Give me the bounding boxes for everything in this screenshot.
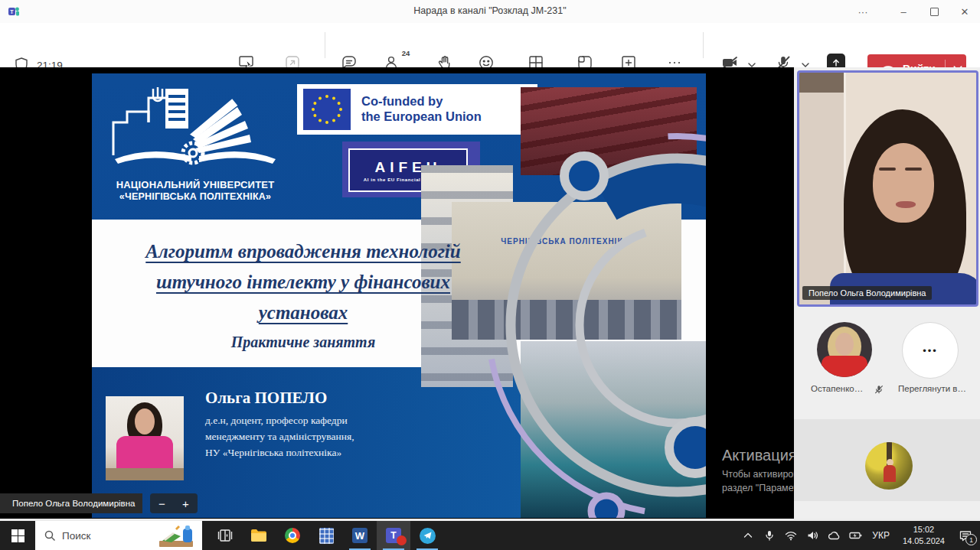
close-button[interactable]: ✕ <box>949 0 980 23</box>
restore-icon <box>930 8 939 16</box>
tray-battery-icon[interactable] <box>847 526 864 545</box>
participants-sidebar: Попело Ольга Володимирівна Остапенко… ••… <box>794 67 980 519</box>
video-background-corner <box>799 73 844 93</box>
search-icon <box>44 530 56 542</box>
university-name-line1: НАЦІОНАЛЬНИЙ УНІВЕРСИТЕТ <box>100 179 291 191</box>
aifeu-subtitle: AI in the EU Financial Institutions <box>364 177 452 182</box>
telegram-icon <box>420 528 436 544</box>
word-icon: W <box>352 528 368 543</box>
search-placeholder: Поиск <box>62 530 90 542</box>
slide-subtitle: Практичне заняття <box>112 334 495 351</box>
speaker-video-tile[interactable]: Попело Ольга Володимирівна <box>797 70 978 307</box>
zoom-controls: − + <box>150 493 198 513</box>
video-background <box>799 73 846 304</box>
speaker-face <box>873 143 934 223</box>
eu-flag-icon <box>303 89 351 130</box>
teams-button[interactable]: T <box>377 521 410 550</box>
speaker-mouth <box>896 201 916 208</box>
slide-title: Алгоритм впровадження технологій штучног… <box>112 236 495 328</box>
presenter-photo-face <box>135 408 155 434</box>
presenter-photo-desk <box>106 468 184 480</box>
participants-count: 24 <box>402 49 410 57</box>
slide-title-line3: установах <box>259 302 348 323</box>
participant-avatar-autumn[interactable] <box>865 442 913 490</box>
system-tray: УКР 15:02 14.05.2024 1 <box>740 524 980 547</box>
tray-onedrive-icon[interactable] <box>825 526 842 545</box>
shared-presentation-slide: НАЦІОНАЛЬНИЙ УНІВЕРСИТЕТ «ЧЕРНІГІВСЬКА П… <box>92 73 706 518</box>
language-indicator[interactable]: УКР <box>868 530 893 541</box>
clock-time: 15:02 <box>903 524 945 535</box>
tray-wifi-icon[interactable] <box>782 526 799 545</box>
presenter-desc-line1: д.е.н, доцент, професор кафедри <box>205 415 348 426</box>
speaker-brow <box>879 168 896 171</box>
folder-icon <box>250 529 267 542</box>
window-titlebar: T Нарада в каналі "Розклад JM-231" ··· –… <box>0 0 980 24</box>
university-emblem-icon <box>100 83 291 174</box>
taskbar-search-box[interactable]: Поиск <box>35 521 202 550</box>
slide-title-line1: Алгоритм впровадження технологій <box>145 241 460 262</box>
windows-taskbar: Поиск W T <box>0 521 980 550</box>
titlebar-more-button[interactable]: ··· <box>848 0 878 23</box>
eu-text-line2: the European Union <box>361 109 482 125</box>
participant2-label: Переглянути в… <box>898 384 966 393</box>
clock-date: 14.05.2024 <box>903 535 945 547</box>
zoom-out-button[interactable]: − <box>158 497 165 510</box>
file-explorer-button[interactable] <box>242 521 276 550</box>
teams-icon: T <box>386 528 401 543</box>
presenter-desc-line2: менеджменту та адміністрування, <box>205 431 354 442</box>
search-highlight-illustration <box>158 524 198 548</box>
participant-avatar-ostapenko[interactable] <box>817 322 872 377</box>
presenter-overlay-nametag: Попело Ольга Володимирівна <box>0 493 142 513</box>
classroom-photo <box>521 87 697 175</box>
telegram-button[interactable] <box>410 521 444 550</box>
video-nametag: Попело Ольга Володимирівна <box>802 286 932 300</box>
meeting-toolbar: 21:19 Почати Відкріпити Чат 24 Користува… <box>0 23 980 68</box>
avatar-person <box>884 465 896 482</box>
aifeu-logo: AIFEU AI in the EU Financial Institution… <box>342 142 480 197</box>
tray-expand-chevron[interactable] <box>740 526 756 545</box>
word-button[interactable]: W <box>343 521 377 550</box>
aifeu-title: AIFEU <box>375 159 442 176</box>
eu-cofunded-banner: Co-funded by the European Union <box>297 84 537 135</box>
calculator-icon <box>319 528 334 544</box>
clock[interactable]: 15:02 14.05.2024 <box>898 524 949 547</box>
tray-microphone-icon[interactable] <box>761 526 778 545</box>
slide-title-line2: штучного інтелекту у фінансових <box>156 272 450 292</box>
start-button[interactable] <box>0 521 35 550</box>
chrome-icon <box>285 528 300 543</box>
minimize-button[interactable]: – <box>888 0 919 23</box>
task-view-icon <box>217 528 233 543</box>
windows-logo-icon <box>11 529 24 542</box>
restore-button[interactable] <box>919 0 949 23</box>
task-view-button[interactable] <box>208 521 242 550</box>
action-center-button[interactable]: 1 <box>954 526 977 545</box>
eu-text-line1: Co-funded by <box>361 94 482 109</box>
chrome-button[interactable] <box>276 521 309 550</box>
presenter-description: д.е.н, доцент, професор кафедри менеджме… <box>205 413 354 461</box>
meeting-stage: НАЦІОНАЛЬНИЙ УНІВЕРСИТЕТ «ЧЕРНІГІВСЬКА П… <box>0 67 980 519</box>
calculator-button[interactable] <box>309 521 343 550</box>
tray-volume-icon[interactable] <box>804 526 821 545</box>
sidebar-gray-panel <box>794 419 980 501</box>
window-title: Нарада в каналі "Розклад JM-231" <box>0 5 980 16</box>
presenter-desc-line3: НУ «Чернігівська політехніка» <box>205 447 341 458</box>
avatar-torso <box>822 356 867 377</box>
notification-badge: 1 <box>965 534 977 545</box>
aifeu-logo-inner: AIFEU AI in the EU Financial Institution… <box>348 148 468 192</box>
university-logo: НАЦІОНАЛЬНИЙ УНІВЕРСИТЕТ «ЧЕРНІГІВСЬКА П… <box>100 83 291 203</box>
toolbar-divider <box>703 32 704 58</box>
teams-notification-dot <box>397 535 407 545</box>
participant1-label: Остапенко… <box>811 384 863 393</box>
toolbar-divider <box>325 32 325 58</box>
avatar-face <box>835 333 854 356</box>
presenter-photo-blazer <box>116 436 173 473</box>
presenter-photo <box>106 396 184 480</box>
presenter-name: Ольга ПОПЕЛО <box>205 389 327 408</box>
university-name-line2: «ЧЕРНІГІВСЬКА ПОЛІТЕХНІКА» <box>100 191 291 203</box>
participant-overflow-button[interactable]: ••• <box>902 322 959 379</box>
zoom-in-button[interactable]: + <box>182 497 189 510</box>
participant1-mic-off-icon <box>874 384 884 395</box>
speaker-brow <box>905 168 922 171</box>
